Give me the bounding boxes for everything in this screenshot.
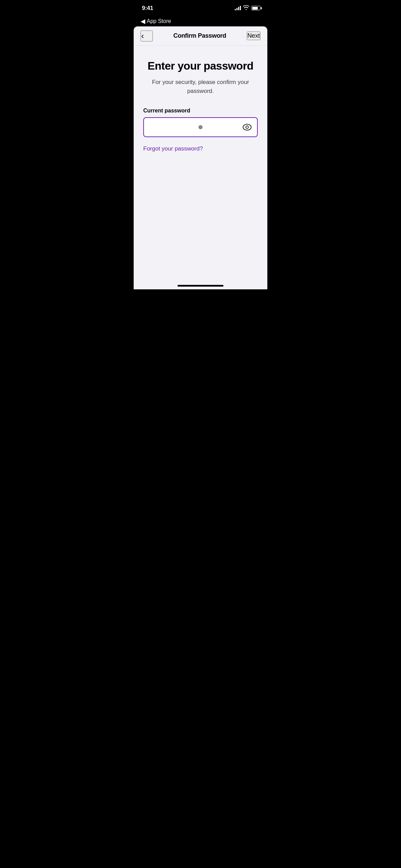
nav-back-button[interactable]: ‹ xyxy=(141,31,153,41)
password-dot-indicator xyxy=(198,125,203,129)
app-store-back-label: App Store xyxy=(147,18,171,24)
svg-point-0 xyxy=(243,124,251,130)
signal-icon xyxy=(235,6,241,10)
page-subtext: For your security, please confirm your p… xyxy=(143,78,258,95)
page-content: Enter your password For your security, p… xyxy=(134,46,267,152)
status-icons xyxy=(235,5,260,11)
app-store-back-button[interactable]: ◀ App Store xyxy=(141,17,171,25)
toggle-password-visibility-button[interactable] xyxy=(241,122,253,132)
eye-icon xyxy=(243,124,252,131)
status-bar: 9:41 xyxy=(134,0,267,16)
navigation-bar: ‹ Confirm Password Next xyxy=(134,26,267,46)
back-chevron-icon: ◀ xyxy=(141,17,145,25)
home-indicator xyxy=(178,285,223,287)
nav-next-button[interactable]: Next xyxy=(247,32,260,40)
nav-next-label: Next xyxy=(247,32,260,39)
svg-point-1 xyxy=(246,126,248,129)
nav-title: Confirm Password xyxy=(173,32,226,39)
nav-back-chevron-icon: ‹ xyxy=(141,31,144,41)
forgot-password-link[interactable]: Forgot your password? xyxy=(143,145,203,152)
main-screen: ‹ Confirm Password Next Enter your passw… xyxy=(134,26,267,289)
wifi-icon xyxy=(243,5,249,11)
page-heading: Enter your password xyxy=(143,59,258,72)
current-password-label: Current password xyxy=(143,108,258,114)
battery-icon xyxy=(251,6,260,10)
password-field-wrapper xyxy=(143,117,258,137)
app-store-back-bar: ◀ App Store xyxy=(134,16,267,26)
status-time: 9:41 xyxy=(142,5,153,12)
